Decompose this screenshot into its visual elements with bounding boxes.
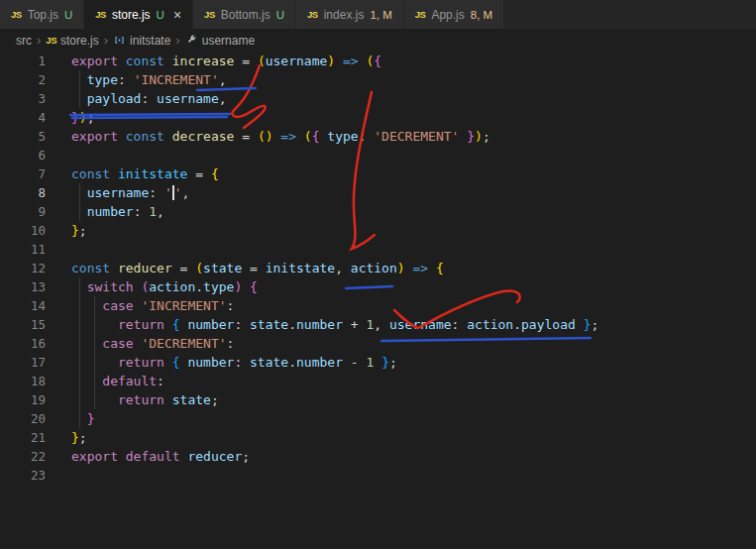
tab-app-js[interactable]: JS App.js 8, M <box>404 0 504 29</box>
tab-index-js[interactable]: JS index.js 1, M <box>296 0 404 29</box>
tab-label: store.js <box>112 8 151 22</box>
code-text: payload: username, <box>71 89 227 108</box>
line-number: 14 <box>0 296 46 315</box>
code-text: export const decrease = () => ({ type: '… <box>71 127 490 146</box>
code-text: const reducer = (state = initstate, acti… <box>71 259 444 277</box>
code-text: export const increase = (username) => ({ <box>71 52 381 70</box>
tab-git-status: U <box>276 9 284 21</box>
js-file-icon: JS <box>11 9 22 20</box>
line-number: 7 <box>0 165 46 183</box>
code-line[interactable]: 7const initstate = { <box>0 165 756 183</box>
indent-guide <box>79 277 80 428</box>
line-number: 5 <box>0 127 46 146</box>
code-text: }; <box>71 221 87 240</box>
tab-store-js[interactable]: JS store.js U × <box>84 0 193 29</box>
line-number: 10 <box>0 221 46 240</box>
indent-guide <box>79 70 80 108</box>
breadcrumb-item-store-js[interactable]: JS store.js <box>46 34 98 48</box>
line-number: 2 <box>0 70 46 89</box>
breadcrumb-separator: › <box>175 33 179 48</box>
js-file-icon: JS <box>307 9 318 20</box>
code-text: }); <box>71 108 94 127</box>
code-text: return { number: state.number + 1, usern… <box>71 315 598 334</box>
code-text: export default reducer; <box>71 447 250 466</box>
breadcrumb-label: initstate <box>130 34 170 48</box>
code-line[interactable]: 14 case 'INCREMENT': <box>0 296 756 315</box>
code-editor[interactable]: 1export const increase = (username) => (… <box>0 52 756 485</box>
tab-git-status: U <box>64 9 72 21</box>
line-number: 8 <box>0 183 46 202</box>
breadcrumb-label: store.js <box>60 34 99 48</box>
code-line[interactable]: 5export const decrease = () => ({ type: … <box>0 127 756 146</box>
code-line[interactable]: 2 type: 'INCREMENT', <box>0 70 756 89</box>
code-line[interactable]: 16 case 'DECREMENT': <box>0 334 756 353</box>
js-file-icon: JS <box>95 9 106 20</box>
code-line[interactable]: 15 return { number: state.number + 1, us… <box>0 315 756 334</box>
code-line[interactable]: 13 switch (action.type) { <box>0 277 756 296</box>
line-number: 18 <box>0 372 46 390</box>
code-text: } <box>71 409 94 428</box>
tab-top-js[interactable]: JS Top.js U <box>0 0 84 29</box>
tab-bar: JS Top.js U JS store.js U × JS Bottom.js… <box>0 0 756 29</box>
code-text: return { number: state.number - 1 }; <box>71 353 397 372</box>
tab-label: Top.js <box>28 8 58 22</box>
breadcrumb-item-src[interactable]: src <box>16 34 32 48</box>
tab-git-status: U <box>157 9 164 21</box>
tab-label: Bottom.js <box>221 8 270 22</box>
line-number: 20 <box>0 409 46 428</box>
code-line[interactable]: 18 default: <box>0 372 756 390</box>
js-file-icon: JS <box>415 9 426 20</box>
code-line[interactable]: 23 <box>0 466 756 485</box>
code-line[interactable]: 3 payload: username, <box>0 89 756 108</box>
code-line[interactable]: 10}; <box>0 221 756 240</box>
code-line[interactable]: 8 username: '', <box>0 183 756 202</box>
symbol-variable-icon <box>113 34 126 47</box>
line-number: 19 <box>0 390 46 409</box>
close-icon[interactable]: × <box>173 8 181 22</box>
code-line[interactable]: 21}; <box>0 428 756 447</box>
tab-label: App.js <box>431 8 464 22</box>
line-number: 15 <box>0 315 46 334</box>
line-number: 22 <box>0 447 46 466</box>
line-number: 17 <box>0 353 46 372</box>
breadcrumb-item-initstate[interactable]: initstate <box>113 34 170 48</box>
line-number: 13 <box>0 277 46 296</box>
indent-guide <box>94 296 95 409</box>
code-line[interactable]: 1export const increase = (username) => (… <box>0 52 756 70</box>
code-text: }; <box>71 428 87 447</box>
symbol-field-icon <box>185 34 198 47</box>
tab-problems-git-status: 8, M <box>471 9 492 21</box>
code-line[interactable]: 9 number: 1, <box>0 202 756 221</box>
line-number: 4 <box>0 108 46 127</box>
breadcrumb-label: src <box>16 34 32 48</box>
line-number: 23 <box>0 466 46 485</box>
code-text: case 'DECREMENT': <box>71 334 234 353</box>
tab-label: index.js <box>324 8 365 22</box>
js-file-icon: JS <box>46 35 56 46</box>
code-text: switch (action.type) { <box>71 277 258 296</box>
breadcrumb-item-username[interactable]: username <box>185 34 255 48</box>
code-text: case 'INCREMENT': <box>71 296 234 315</box>
code-line[interactable]: 17 return { number: state.number - 1 }; <box>0 353 756 372</box>
code-text: number: 1, <box>71 202 164 221</box>
line-number: 9 <box>0 202 46 221</box>
breadcrumb-label: username <box>202 34 255 48</box>
indent-guide <box>79 183 80 221</box>
line-number: 16 <box>0 334 46 353</box>
line-number: 12 <box>0 259 46 277</box>
breadcrumb-separator: › <box>37 33 41 48</box>
line-number: 6 <box>0 146 46 165</box>
code-line[interactable]: 20 } <box>0 409 756 428</box>
code-text: default: <box>71 372 164 390</box>
code-text: const initstate = { <box>71 165 219 183</box>
code-text: username: '', <box>71 183 189 202</box>
code-line[interactable]: 11 <box>0 240 756 259</box>
tab-bottom-js[interactable]: JS Bottom.js U <box>193 0 296 29</box>
vscode-window: JS Top.js U JS store.js U × JS Bottom.js… <box>0 0 756 549</box>
code-line[interactable]: 22export default reducer; <box>0 447 756 466</box>
code-line[interactable]: 6 <box>0 146 756 165</box>
code-line[interactable]: 19 return state; <box>0 390 756 409</box>
code-line[interactable]: 4}); <box>0 108 756 127</box>
js-file-icon: JS <box>204 9 215 20</box>
code-line[interactable]: 12const reducer = (state = initstate, ac… <box>0 259 756 277</box>
